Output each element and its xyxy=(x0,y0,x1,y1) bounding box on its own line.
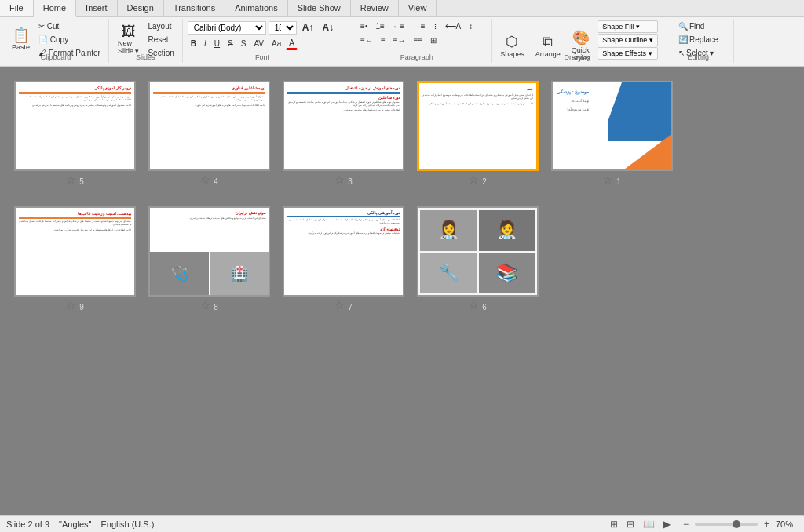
ribbon: 📋 Paste ✂ Cut 📄 Copy 🖌 Format Painter Cl… xyxy=(0,17,804,67)
numbering-button[interactable]: 1≡ xyxy=(372,20,387,32)
find-button[interactable]: 🔍 Find xyxy=(675,20,707,32)
slide-row-2: بهداشت، امنیت و رعایت قالب‌ها محتوای مرب… xyxy=(8,200,796,318)
paste-button[interactable]: 📋 Paste xyxy=(8,26,34,53)
slide-info: Slide 2 of 9 xyxy=(6,519,49,529)
slide-number-6: 6 xyxy=(482,303,487,312)
slide-show-button[interactable]: ▶ xyxy=(660,517,674,531)
slide-thumb-8[interactable]: موانع نقش در ایران محتوای این اسلاید درب… xyxy=(142,200,276,318)
columns-button[interactable]: ⫶ xyxy=(430,20,440,32)
underline-button[interactable]: U xyxy=(211,38,223,49)
tab-view[interactable]: View xyxy=(399,0,437,16)
slide-row-1: دروس کار آموزی پالکی متن آموزشی درباره د… xyxy=(8,75,796,192)
tab-transitions[interactable]: Transitions xyxy=(164,0,225,16)
ribbon-tab-bar: File Home Insert Design Transitions Anim… xyxy=(0,0,804,17)
zoom-out-button[interactable]: − xyxy=(680,517,692,531)
clipboard-group: 📋 Paste ✂ Cut 📄 Copy 🖌 Format Painter Cl… xyxy=(3,19,109,63)
zoom-in-button[interactable]: + xyxy=(761,517,773,531)
status-right: ⊞ ⊟ 📖 ▶ − + 70% xyxy=(607,517,798,531)
tab-design[interactable]: Design xyxy=(118,0,164,16)
cut-button[interactable]: ✂ Cut xyxy=(35,20,104,32)
shape-outline-button[interactable]: Shape Outline ▾ xyxy=(598,34,658,46)
font-size-select[interactable]: 181214162024 xyxy=(269,21,297,35)
copy-button[interactable]: 📄 Copy xyxy=(35,34,104,46)
status-bar: Slide 2 of 9 "Angles" English (U.S.) ⊞ ⊟… xyxy=(0,515,804,532)
editing-group: 🔍 Find 🔄 Replace ↖ Select ▾ Editing xyxy=(663,19,734,63)
text-direction-button[interactable]: ⟵A xyxy=(442,20,465,32)
layout-button[interactable]: Layout xyxy=(144,20,177,32)
slide-thumb-3[interactable]: دوره‌های آموزش در حوزه اشتغال دوره شاغلی… xyxy=(276,75,411,192)
line-spacing-button[interactable]: ↕ xyxy=(466,20,476,32)
normal-view-button[interactable]: ⊞ xyxy=(607,517,621,531)
justify-button[interactable]: ≡≡ xyxy=(411,35,426,46)
align-left-button[interactable]: ≡← xyxy=(357,35,376,46)
slide-number-2: 2 xyxy=(482,177,487,186)
language: English (U.S.) xyxy=(101,519,155,529)
paragraph-dialog-button[interactable]: ⊞ xyxy=(427,35,440,46)
slide-row-2-spacer xyxy=(545,200,690,318)
new-slide-button[interactable]: 🖼 NewSlide ▾ xyxy=(114,22,144,57)
zoom-slider[interactable] xyxy=(695,523,758,526)
increase-font-button[interactable]: A↑ xyxy=(299,20,317,35)
slide-number-8: 8 xyxy=(214,303,218,312)
tab-file[interactable]: File xyxy=(0,0,34,16)
slide-star-3[interactable]: ☆ xyxy=(334,173,345,186)
paragraph-group: ≡• 1≡ ←≡ →≡ ⫶ ⟵A ↕ ≡← ≡ ≡→ ≡≡ ⊞ Paragrap… xyxy=(342,19,492,63)
slide-thumb-7[interactable]: دوره آموزشی پالکی اطلاعات دوره های آموزش… xyxy=(276,200,411,318)
tab-animations[interactable]: Animations xyxy=(225,0,287,16)
tab-home[interactable]: Home xyxy=(34,0,76,17)
slide-thumb-6[interactable]: 👩‍⚕️ 🧑‍⚕️ 🔧 📚 ☆ 6 xyxy=(411,200,545,318)
replace-button[interactable]: 🔄 Replace xyxy=(675,34,722,46)
bullets-button[interactable]: ≡• xyxy=(357,20,371,32)
slide-preview-7: دوره آموزشی پالکی اطلاعات دوره های آموزش… xyxy=(283,206,404,297)
slide-thumb-2[interactable]: خط از ایران متنی درباره آموزش پزشکی و مح… xyxy=(411,75,545,192)
slide-star-2[interactable]: ☆ xyxy=(469,173,479,186)
zoom-level[interactable]: 70% xyxy=(776,519,798,529)
reading-view-button[interactable]: 📖 xyxy=(640,517,658,531)
slide-preview-8: موانع نقش در ایران محتوای این اسلاید درب… xyxy=(148,206,270,297)
slide-number-5: 5 xyxy=(79,177,84,186)
align-center-button[interactable]: ≡ xyxy=(378,35,389,46)
reset-button[interactable]: Reset xyxy=(144,34,177,46)
strikethrough-button[interactable]: S xyxy=(225,38,236,49)
font-family-select[interactable]: Calibri (Body) Arial Times New Roman xyxy=(188,21,266,35)
slide-thumb-1[interactable]: موضوع : پزشکی تهیه کننده : تغیر مربوطه :… xyxy=(545,75,679,192)
tab-slideshow[interactable]: Slide Show xyxy=(288,0,351,16)
slide-number-3: 3 xyxy=(348,177,353,186)
drawing-group: ⬡ Shapes ⧉ Arrange 🎨 QuickStyles Shape F… xyxy=(492,19,663,63)
view-buttons: ⊞ ⊟ 📖 ▶ xyxy=(607,517,674,531)
italic-button[interactable]: I xyxy=(201,38,210,49)
slide-number-7: 7 xyxy=(348,303,353,312)
char-spacing-button[interactable]: AV xyxy=(250,38,267,49)
slide-preview-2: خط از ایران متنی درباره آموزش پزشکی و مح… xyxy=(417,81,539,171)
align-right-button[interactable]: ≡→ xyxy=(390,35,409,46)
slide-sorter-button[interactable]: ⊟ xyxy=(623,517,638,531)
tab-insert[interactable]: Insert xyxy=(76,0,118,16)
decrease-font-button[interactable]: A↓ xyxy=(319,20,337,35)
slide-star-4[interactable]: ☆ xyxy=(200,173,210,186)
zoom-controls: − + 70% xyxy=(680,517,798,531)
decrease-indent-button[interactable]: ←≡ xyxy=(389,20,408,32)
font-color-button[interactable]: A xyxy=(286,37,298,50)
font-group: Calibri (Body) Arial Times New Roman 181… xyxy=(183,19,342,63)
slide-star-6[interactable]: ☆ xyxy=(469,299,479,312)
slide-star-7[interactable]: ☆ xyxy=(334,299,345,312)
shadow-button[interactable]: S xyxy=(238,38,250,49)
slide-thumb-4[interactable]: دوره شاغلین فناوری محتوای آموزشی مربوط ب… xyxy=(142,75,276,192)
change-case-button[interactable]: Aa xyxy=(269,38,284,49)
slide-preview-5: دروس کار آموزی پالکی متن آموزشی درباره د… xyxy=(14,81,136,171)
slide-number-4: 4 xyxy=(214,177,218,186)
slide-star-9[interactable]: ☆ xyxy=(66,299,76,312)
shape-fill-button[interactable]: Shape Fill ▾ xyxy=(598,20,658,33)
slide-number-1: 1 xyxy=(616,177,621,186)
tab-review[interactable]: Review xyxy=(351,0,399,16)
slide-preview-4: دوره شاغلین فناوری محتوای آموزشی مربوط ب… xyxy=(148,81,270,171)
slide-star-5[interactable]: ☆ xyxy=(66,173,76,186)
slide-number-9: 9 xyxy=(79,303,84,312)
slide-thumb-9[interactable]: بهداشت، امنیت و رعایت قالب‌ها محتوای مرب… xyxy=(8,200,142,318)
zoom-thumb[interactable] xyxy=(733,520,740,528)
slide-star-1[interactable]: ☆ xyxy=(603,173,613,186)
slide-thumb-5[interactable]: دروس کار آموزی پالکی متن آموزشی درباره د… xyxy=(8,75,142,192)
bold-button[interactable]: B xyxy=(188,38,199,49)
increase-indent-button[interactable]: →≡ xyxy=(410,20,429,32)
slide-star-8[interactable]: ☆ xyxy=(200,299,210,312)
